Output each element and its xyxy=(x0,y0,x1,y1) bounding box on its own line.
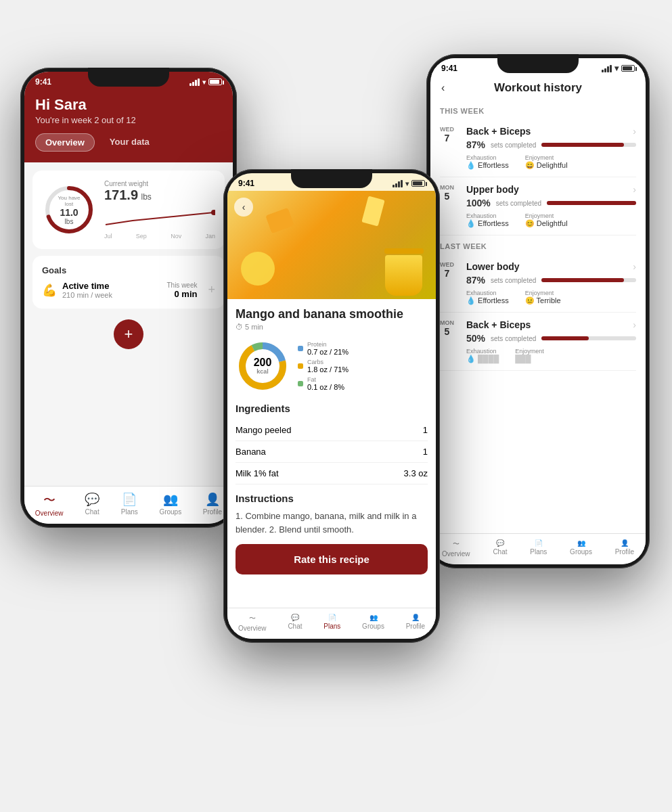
ingredients-title: Ingredients xyxy=(236,403,428,414)
goal-week-val: 0 min xyxy=(166,289,197,299)
nutrients-list: Protein 0.7 oz / 21% Carbs 1.8 oz / 71% xyxy=(298,341,428,391)
back-button-p2[interactable]: ‹ xyxy=(234,198,253,217)
tab-your-data[interactable]: Your data xyxy=(100,133,159,152)
progress-row-1: 87% sets completed xyxy=(466,139,636,150)
bar-fill-4 xyxy=(541,336,589,340)
p3-body: THIS WEEK WED 7 Back + Biceps › xyxy=(430,100,646,533)
nav-plans-p2[interactable]: 📄 Plans xyxy=(323,614,340,632)
nav-overview-p2[interactable]: 〜 Overview xyxy=(238,614,267,632)
exhaustion-4: Exhaustion 💧 ████ xyxy=(466,348,499,363)
nav-chat-p2[interactable]: 💬 Chat xyxy=(288,614,302,632)
enjoyment-icon-1: 😄 xyxy=(525,161,535,169)
workout-name-1: Back + Biceps xyxy=(466,126,531,137)
phone-overview: 9:41 ▾ xyxy=(20,68,237,528)
nav-overview-label-p3: Overview xyxy=(442,550,470,558)
smoothie-glass-decoration xyxy=(385,248,422,296)
nav-groups-p2[interactable]: 👥 Groups xyxy=(362,614,384,632)
enjoyment-val-1: 😄 Delightful xyxy=(525,161,568,170)
profile-icon-p2: 👤 xyxy=(411,614,420,621)
enjoyment-val-4: ███ xyxy=(515,355,544,363)
workout-info-1: Back + Biceps › 87% sets completed xyxy=(466,126,636,170)
workout-upper-body[interactable]: MON 5 Upper body › 100% sets co xyxy=(440,177,636,235)
weight-value: 171.9 lbs xyxy=(104,187,215,203)
workout-back-biceps-2[interactable]: MON 5 Back + Biceps › 50% sets xyxy=(440,313,636,371)
bar-track-4 xyxy=(541,336,636,340)
workout-back-biceps[interactable]: WED 7 Back + Biceps › 87% sets xyxy=(440,119,636,177)
workout-name-2: Upper body xyxy=(466,184,519,195)
enjoyment-icon-2: 😊 xyxy=(525,219,535,227)
meta-1: Exhaustion 💧 Effortless Enjoyment xyxy=(466,154,636,170)
fat-label: Fat xyxy=(307,376,344,383)
bar2 xyxy=(192,82,194,86)
p1-stats: You have lost 11.0 lbs Current weight 17… xyxy=(42,180,215,240)
phone-overview-screen: 9:41 ▾ xyxy=(24,72,233,524)
rate-button[interactable]: Rate this recipe xyxy=(236,544,428,574)
overview-icon-p3: 〜 xyxy=(453,539,460,549)
nutrient-protein: Protein 0.7 oz / 21% xyxy=(298,341,428,356)
p1-greeting: Hi Sara xyxy=(35,96,222,114)
p1-weight-section: Current weight 171.9 lbs xyxy=(104,180,215,240)
lost-val: 11.0 xyxy=(55,207,83,218)
back-button-p3[interactable]: ‹ xyxy=(441,82,445,94)
progress-row-4: 50% sets completed xyxy=(466,333,636,344)
protein-val: 0.7 oz / 21% xyxy=(307,348,349,356)
enjoyment-label-2: Enjoyment xyxy=(525,212,568,219)
nav-profile-p3[interactable]: 👤 Profile xyxy=(615,539,634,558)
chevron-3: › xyxy=(633,261,636,272)
day-3: WED xyxy=(440,261,454,268)
phone-workout: 9:41 ▾ xyxy=(426,54,650,568)
workout-header-3: Lower body › xyxy=(466,261,636,272)
date-1: 7 xyxy=(445,133,450,143)
nav-profile[interactable]: 👤 Profile xyxy=(203,492,222,517)
bar4-p3 xyxy=(610,65,612,72)
nav-plans[interactable]: 📄 Plans xyxy=(121,492,138,517)
weight-val: 171.9 xyxy=(104,187,138,202)
nav-groups-p3[interactable]: 👥 Groups xyxy=(570,539,592,558)
bar4 xyxy=(198,78,200,86)
date-col-2: MON 5 xyxy=(440,184,454,202)
meta-4: Exhaustion 💧 ████ Enjoyment xyxy=(466,348,636,363)
exhaustion-3: Exhaustion 💧 Effortless xyxy=(466,290,509,305)
goal-add-icon[interactable]: + xyxy=(208,283,215,297)
chart-svg xyxy=(104,206,215,230)
bar-fill-3 xyxy=(541,278,624,282)
exhaustion-icon-1: 💧 xyxy=(466,161,476,169)
nav-plans-label-p3: Plans xyxy=(530,548,547,556)
lost-label: You have lost xyxy=(55,195,83,207)
date-2: 5 xyxy=(445,191,450,202)
status-icons-p1: ▾ xyxy=(189,78,222,86)
nav-plans-p3[interactable]: 📄 Plans xyxy=(530,539,547,558)
nav-chat[interactable]: 💬 Chat xyxy=(85,492,99,517)
meta-2: Exhaustion 💧 Effortless Enjoyment xyxy=(466,212,636,228)
nav-overview-label: Overview xyxy=(35,510,64,517)
workout-lower-body[interactable]: WED 7 Lower body › 87% sets com xyxy=(440,254,636,313)
bar2-p3 xyxy=(604,68,606,72)
enjoyment-label-3: Enjoyment xyxy=(525,290,561,296)
goal-name: Active time xyxy=(62,281,161,291)
nav-overview[interactable]: 〜 Overview xyxy=(35,492,64,517)
battery-fill xyxy=(210,80,219,84)
nav-groups[interactable]: 👥 Groups xyxy=(159,492,181,517)
nav-profile-label-p2: Profile xyxy=(406,623,425,630)
donut-center: 200 kcal xyxy=(254,357,272,375)
exhaustion-1: Exhaustion 💧 Effortless xyxy=(466,154,509,170)
add-button[interactable]: + xyxy=(114,319,143,349)
exhaustion-val-1: 💧 Effortless xyxy=(466,161,509,170)
ingredient-milk-qty: 3.3 oz xyxy=(404,468,428,478)
svg-point-2 xyxy=(211,210,215,215)
phone-workout-screen: 9:41 ▾ xyxy=(430,58,646,564)
profile-icon: 👤 xyxy=(205,492,220,507)
nav-plans-label: Plans xyxy=(121,508,138,516)
nav-overview-p3[interactable]: 〜 Overview xyxy=(442,539,470,558)
status-icons-p3: ▾ xyxy=(602,64,635,73)
nav-profile-p2[interactable]: 👤 Profile xyxy=(406,614,425,632)
nav-plans-label-p2: Plans xyxy=(323,623,340,630)
carbs-label: Carbs xyxy=(307,359,349,365)
tab-overview[interactable]: Overview xyxy=(35,133,95,152)
exhaustion-2: Exhaustion 💧 Effortless xyxy=(466,212,509,228)
kcal-unit: kcal xyxy=(254,369,272,376)
nav-chat-p3[interactable]: 💬 Chat xyxy=(493,539,507,558)
chevron-4: › xyxy=(633,319,636,330)
exhaustion-text-3: Effortless xyxy=(478,296,509,304)
enjoyment-text-4: ███ xyxy=(515,355,531,363)
